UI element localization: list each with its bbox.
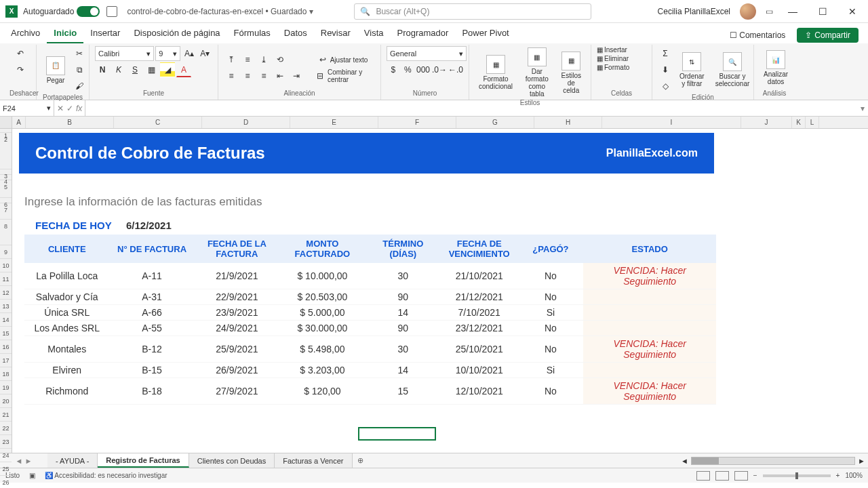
ribbon-tab-insertar[interactable]: Insertar: [83, 24, 127, 43]
cell-cliente[interactable]: Los Andes SRL: [24, 321, 110, 336]
row-header-22[interactable]: 22: [0, 422, 12, 435]
sort-filter-button[interactable]: ⇅Ordenar y filtrar: [675, 51, 709, 89]
cell-cliente[interactable]: Richmond: [24, 378, 110, 405]
cell-fecha[interactable]: 26/9/2021: [195, 363, 279, 378]
delete-cells-button[interactable]: ▦ Eliminar: [597, 55, 646, 62]
row-header-25[interactable]: 25: [0, 462, 12, 476]
bold-button[interactable]: N: [95, 62, 110, 77]
format-painter-button[interactable]: 🖌: [72, 79, 87, 94]
indent-increase-button[interactable]: ⇥: [289, 68, 304, 83]
orientation-button[interactable]: ⟲: [273, 52, 288, 67]
format-table-button[interactable]: ▦Dar formato como tabla: [519, 46, 555, 99]
font-size-combo[interactable]: 9▾: [155, 46, 180, 61]
ribbon-tab-archivo[interactable]: Archivo: [4, 24, 47, 43]
select-all-corner[interactable]: [0, 117, 12, 128]
horizontal-scrollbar[interactable]: ◄ ►: [678, 453, 868, 468]
formula-expand-icon[interactable]: ▾: [857, 100, 868, 116]
col-header-G[interactable]: G: [456, 117, 534, 128]
row-header-10[interactable]: 10: [0, 259, 12, 272]
align-center-button[interactable]: ≡: [240, 68, 255, 83]
worksheet[interactable]: Control de Cobro de Facturas PlanillaExc…: [12, 129, 868, 453]
ribbon-mode-icon[interactable]: ▭: [766, 7, 773, 16]
cell-monto[interactable]: $ 10.000,00: [279, 263, 366, 289]
cell-monto[interactable]: $ 30.000,00: [279, 321, 366, 336]
table-row[interactable]: Salvador y CíaA-3122/9/2021$ 20.503,0090…: [24, 289, 716, 305]
row-header-4[interactable]: 4: [0, 175, 12, 180]
align-bottom-button[interactable]: ⤓: [256, 52, 271, 67]
cell-fecha[interactable]: 25/9/2021: [195, 336, 279, 363]
cell-estado[interactable]: [583, 321, 716, 336]
cell-venc[interactable]: 12/10/2021: [441, 378, 518, 405]
col-header-I[interactable]: I: [602, 117, 741, 128]
cell-pago[interactable]: No: [518, 321, 584, 336]
col-header-K[interactable]: K: [792, 117, 806, 128]
table-row[interactable]: La Polilla LocaA-1121/9/2021$ 10.000,003…: [24, 263, 716, 289]
table-row[interactable]: ElvirenB-1526/9/2021$ 3.203,001410/10/20…: [24, 363, 716, 378]
ribbon-tab-power-pivot[interactable]: Power Pivot: [455, 24, 515, 43]
cell-pago[interactable]: No: [518, 378, 584, 405]
accessibility-status[interactable]: ♿ Accesibilidad: es necesario investigar: [45, 472, 167, 479]
row-header-8[interactable]: 8: [0, 220, 12, 245]
row-header-14[interactable]: 14: [0, 313, 12, 327]
col-header-D[interactable]: D: [202, 117, 290, 128]
cell-cliente[interactable]: Salvador y Cía: [24, 289, 110, 305]
cell-termino[interactable]: 14: [366, 363, 441, 378]
page-break-view-button[interactable]: [734, 471, 748, 481]
redo-button[interactable]: ↷: [13, 62, 28, 77]
cell-factura[interactable]: A-55: [110, 321, 195, 336]
row-header-9[interactable]: 9: [0, 245, 12, 259]
share-button[interactable]: ⇪ Compartir: [797, 28, 859, 43]
cell-fecha[interactable]: 24/9/2021: [195, 321, 279, 336]
search-box[interactable]: 🔍 Buscar (Alt+Q): [354, 3, 591, 20]
cell-termino[interactable]: 30: [366, 263, 441, 289]
ribbon-tab-programador[interactable]: Programador: [391, 24, 456, 43]
row-header-21[interactable]: 21: [0, 408, 12, 422]
sheet-tab[interactable]: Facturas a Vencer: [275, 453, 352, 468]
col-header-A[interactable]: A: [12, 117, 26, 128]
cell-cliente[interactable]: Montales: [24, 336, 110, 363]
cell-factura[interactable]: A-11: [110, 263, 195, 289]
row-header-18[interactable]: 18: [0, 367, 12, 381]
cell-monto[interactable]: $ 5.498,00: [279, 336, 366, 363]
sheet-tab[interactable]: Clientes con Deudas: [189, 453, 275, 468]
find-select-button[interactable]: 🔍Buscar y seleccionar: [711, 51, 754, 89]
wrap-text-button[interactable]: ↩ Ajustar texto: [312, 52, 375, 67]
cell-venc[interactable]: 7/10/2021: [441, 305, 518, 321]
cell-monto[interactable]: $ 120,00: [279, 378, 366, 405]
comments-button[interactable]: ☐ Comentarios: [724, 27, 791, 43]
cell-termino[interactable]: 90: [366, 289, 441, 305]
fill-color-button[interactable]: ◢: [160, 62, 175, 77]
increase-font-button[interactable]: A▴: [182, 46, 196, 61]
maximize-button[interactable]: ☐: [812, 6, 833, 17]
format-cells-button[interactable]: ▦ Formato: [597, 64, 646, 71]
table-row[interactable]: MontalesB-1225/9/2021$ 5.498,003025/10/2…: [24, 336, 716, 363]
cell-pago[interactable]: Si: [518, 363, 584, 378]
font-name-combo[interactable]: Calibri▾: [95, 46, 154, 61]
cell-fecha[interactable]: 23/9/2021: [195, 305, 279, 321]
fill-button[interactable]: ⬇: [658, 62, 673, 77]
cancel-formula-icon[interactable]: ✕: [57, 104, 64, 113]
cell-termino[interactable]: 14: [366, 305, 441, 321]
row-header-20[interactable]: 20: [0, 394, 12, 408]
cell-factura[interactable]: A-66: [110, 305, 195, 321]
row-header-13[interactable]: 13: [0, 300, 12, 313]
row-header-26[interactable]: 26: [0, 476, 12, 488]
cell-estado[interactable]: [583, 305, 716, 321]
cell-termino[interactable]: 90: [366, 321, 441, 336]
row-header-3[interactable]: 3: [0, 169, 12, 175]
border-button[interactable]: ▦: [144, 62, 159, 77]
close-button[interactable]: ✕: [842, 6, 863, 17]
decrease-decimal-button[interactable]: ←.0: [448, 62, 463, 77]
cell-monto[interactable]: $ 5.000,00: [279, 305, 366, 321]
ribbon-tab-revisar[interactable]: Revisar: [314, 24, 357, 43]
cell-fecha[interactable]: 22/9/2021: [195, 289, 279, 305]
cut-button[interactable]: ✂: [72, 46, 87, 61]
cell-pago[interactable]: Si: [518, 305, 584, 321]
ribbon-tab-disposición-de-página[interactable]: Disposición de página: [127, 24, 226, 43]
col-header-F[interactable]: F: [378, 117, 456, 128]
name-box[interactable]: F24▾: [0, 100, 54, 116]
cell-venc[interactable]: 21/10/2021: [441, 263, 518, 289]
cell-estado[interactable]: VENCIDA: Hacer Seguimiento: [583, 336, 716, 363]
cell-estado[interactable]: [583, 363, 716, 378]
row-header-11[interactable]: 11: [0, 272, 12, 286]
